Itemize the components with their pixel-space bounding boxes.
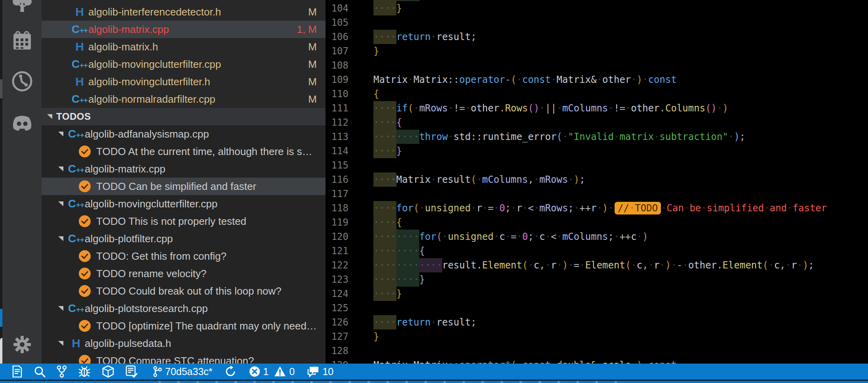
line-number: 111: [326, 101, 348, 115]
problems-indicator[interactable]: 1 0: [249, 366, 295, 377]
code-text: ········for(·unsigned·c·=·0;·c·<·mColumn…: [373, 230, 648, 244]
editor-line[interactable]: 115: [326, 158, 868, 172]
expand-twisty-icon[interactable]: [58, 341, 63, 346]
todo-file-row[interactable]: C++algolib-matrix.cpp: [42, 160, 326, 178]
cpp-file-icon: C++: [71, 93, 88, 105]
line-number: 124: [326, 287, 348, 301]
editor-line[interactable]: 122············result.Element(·c,·r·)·=·…: [326, 258, 868, 272]
background-statusbar-sliver: [0, 381, 868, 383]
todo-tree-icon[interactable]: [11, 0, 34, 17]
todo-item-text: TODO Compare STC attenuation?: [96, 355, 326, 364]
code-text: {: [373, 87, 379, 101]
file-row[interactable]: Halgolib-movingclutterfilter.hM: [42, 73, 326, 90]
line-number: 108: [326, 58, 348, 73]
code-text: ····return·result;: [373, 315, 476, 329]
file-row[interactable]: Halgolib-interferencedetector.hM: [42, 3, 326, 21]
expand-twisty-icon[interactable]: [58, 132, 63, 136]
editor-line[interactable]: 129Matrix·Matrix::operator*(·const·doubl…: [326, 358, 868, 364]
editor-line[interactable]: 118····for(·unsigned·r·=·0;·r·<·mRows;·+…: [326, 201, 868, 215]
editor-line[interactable]: 116····Matrix·result(·mColumns,·mRows·);: [326, 172, 868, 187]
editor-line[interactable]: 107}: [326, 44, 868, 58]
todo-file-row[interactable]: C++algolib-plotstoresearch.cpp: [42, 300, 326, 317]
editor-line[interactable]: 109Matrix·Matrix::operator-(·const·Matri…: [326, 73, 868, 87]
editor-line[interactable]: 127}: [326, 329, 868, 344]
editor-line[interactable]: 113········throw·std::runtime_error(·"In…: [326, 130, 868, 144]
editor-line[interactable]: 110{: [326, 87, 868, 101]
editor-line[interactable]: 117: [326, 187, 868, 201]
file-row[interactable]: C++algolib-normalradarfilter.cppM: [42, 90, 326, 108]
editor-line[interactable]: 120········for(·unsigned·c·=·0;·c·<·mCol…: [326, 230, 868, 244]
cpp-file-icon: C++: [71, 23, 88, 36]
editor-line[interactable]: 114····}: [326, 144, 868, 158]
todo-item-row[interactable]: TODO This is not properly tested: [42, 213, 326, 230]
expand-twisty-icon[interactable]: [58, 236, 63, 241]
cpp-file-icon: C++: [67, 128, 85, 140]
todo-file-name: algolib-matrix.cpp: [85, 163, 326, 175]
editor-line[interactable]: 123········}: [326, 272, 868, 287]
todo-item-row[interactable]: TODO [optimize] The quadrant may only ne…: [42, 317, 326, 335]
editor-line[interactable]: 126····return·result;: [326, 315, 868, 329]
editor-line[interactable]: 106····return·result;: [326, 30, 868, 44]
git-history-icon[interactable]: [11, 70, 33, 94]
editor-line[interactable]: 125: [326, 301, 868, 315]
source-control-icon[interactable]: [57, 365, 67, 378]
todo-item-row[interactable]: TODO At the current time, although there…: [42, 143, 326, 160]
status-bar: 70d5a33c* 1 0: [0, 364, 868, 379]
comments-icon: [306, 366, 319, 377]
editor-line[interactable]: 111····if(·mRows·!=·other.Rows()·||·mCol…: [326, 101, 868, 115]
todo-item-row[interactable]: TODO Compare STC attenuation?: [42, 352, 326, 364]
search-icon[interactable]: [34, 366, 46, 377]
editor-line[interactable]: 124····}: [326, 287, 868, 301]
code-editor[interactable]: 104····}105106····return·result;107}1081…: [326, 0, 868, 364]
expand-twisty-icon[interactable]: [58, 201, 63, 206]
remote-server-icon[interactable]: [126, 365, 137, 378]
todos-expand-twisty-icon[interactable]: [47, 114, 52, 119]
todo-file-row[interactable]: C++algolib-movingclutterfilter.cpp: [42, 195, 326, 213]
file-row[interactable]: C++algolib-movingclutterfilter.cppM: [42, 56, 326, 73]
editor-line[interactable]: 128: [326, 344, 868, 358]
editor-line[interactable]: 105: [326, 15, 868, 30]
editor-line[interactable]: 108: [326, 58, 868, 73]
file-row[interactable]: C++algolib-matrix.cpp1, M: [42, 21, 326, 38]
code-text: ····Matrix·result(·mColumns,·mRows·);: [373, 172, 585, 187]
todo-item-row[interactable]: TODO Could break out of this loop now?: [42, 282, 326, 300]
todo-file-row[interactable]: C++algolib-plotfilter.cpp: [42, 230, 326, 247]
todos-section-header[interactable]: TODOS: [42, 108, 326, 125]
line-number: 119: [326, 215, 348, 230]
todo-check-icon: [79, 250, 91, 262]
calendar-icon[interactable]: [12, 30, 32, 54]
editor-line[interactable]: 119····{: [326, 215, 868, 230]
todo-item-row[interactable]: TODO rename velocity?: [42, 265, 326, 282]
discord-icon[interactable]: [11, 114, 34, 135]
editor-line[interactable]: 104····}: [326, 1, 868, 15]
todo-item-row[interactable]: TODO Can be simplified and faster: [42, 178, 326, 195]
code-text: ········throw·std::runtime_error(·"Inval…: [373, 130, 745, 144]
settings-gear-icon[interactable]: [13, 335, 32, 356]
file-name: algolib-interferencedetector.h: [88, 6, 308, 18]
file-row[interactable]: Halgolib-matrix.hM: [42, 38, 326, 56]
editor-line[interactable]: 112····{: [326, 115, 868, 130]
todos-section-title: TODOS: [56, 111, 91, 122]
expand-twisty-icon[interactable]: [58, 306, 63, 311]
line-number: 123: [326, 272, 348, 287]
file-name: algolib-matrix.h: [88, 41, 308, 53]
output-panel-icon[interactable]: [12, 366, 23, 377]
editor-line[interactable]: 121········{: [326, 244, 868, 258]
file-name: algolib-movingclutterfilter.cpp: [88, 58, 308, 71]
code-text: ········{: [373, 244, 425, 258]
todo-item-row[interactable]: TODO: Get this from config?: [42, 247, 326, 265]
todo-file-row[interactable]: Halgolib-pulsedata.h: [42, 335, 326, 352]
activity-bar: [2, 0, 42, 364]
line-number: 121: [326, 244, 348, 258]
todo-check-icon: [79, 180, 91, 192]
git-branch-indicator[interactable]: 70d5a33c*: [153, 366, 213, 377]
line-number: 113: [326, 130, 348, 144]
todo-file-row[interactable]: C++algolib-adfanalysismap.cpp: [42, 125, 326, 143]
debug-bug-icon[interactable]: [78, 365, 91, 378]
expand-twisty-icon[interactable]: [58, 167, 63, 171]
code-text: ····}: [373, 287, 402, 301]
extensions-package-icon[interactable]: [102, 365, 114, 378]
git-sync-button[interactable]: [225, 366, 236, 377]
h-file-icon: H: [71, 40, 88, 54]
comments-indicator[interactable]: 10: [306, 366, 333, 377]
